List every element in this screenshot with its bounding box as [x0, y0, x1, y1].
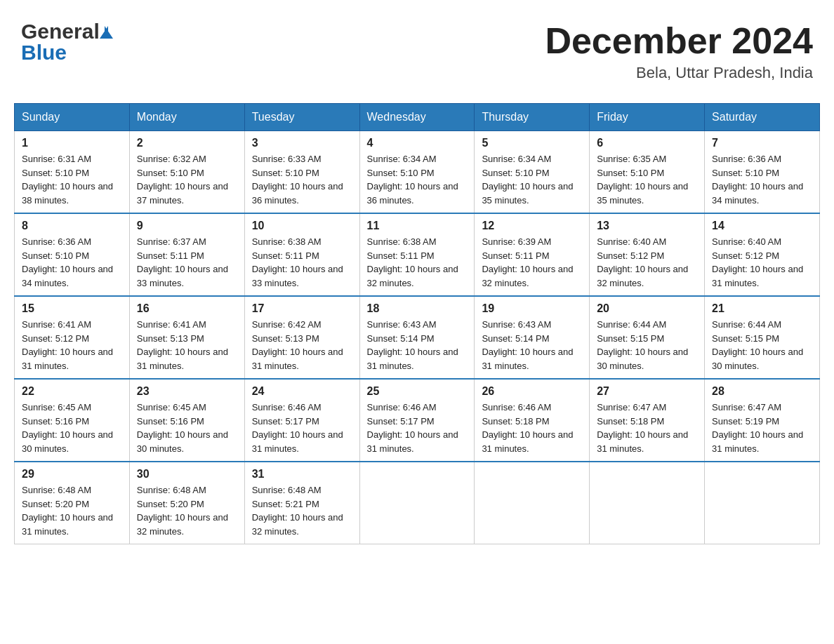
day-info: Sunrise: 6:45 AM Sunset: 5:16 PM Dayligh… — [22, 401, 122, 455]
day-info: Sunrise: 6:48 AM Sunset: 5:20 PM Dayligh… — [137, 483, 237, 538]
daylight-label: Daylight: 10 hours and 35 minutes. — [482, 181, 573, 206]
sunset-label: Sunset: 5:16 PM — [22, 416, 89, 427]
daylight-label: Daylight: 10 hours and 31 minutes. — [252, 429, 343, 454]
sunrise-label: Sunrise: 6:46 AM — [252, 402, 322, 412]
day-number: 27 — [597, 385, 697, 398]
sunset-label: Sunset: 5:10 PM — [367, 168, 435, 178]
logo: General Blue — [21, 21, 113, 63]
daylight-label: Daylight: 10 hours and 31 minutes. — [597, 429, 688, 454]
calendar-cell: 24 Sunrise: 6:46 AM Sunset: 5:17 PM Dayl… — [244, 379, 359, 462]
calendar-cell: 28 Sunrise: 6:47 AM Sunset: 5:19 PM Dayl… — [705, 379, 820, 462]
day-info: Sunrise: 6:46 AM Sunset: 5:17 PM Dayligh… — [367, 401, 468, 455]
day-number: 6 — [597, 137, 697, 149]
daylight-label: Daylight: 10 hours and 32 minutes. — [367, 264, 458, 288]
calendar-cell: 5 Sunrise: 6:34 AM Sunset: 5:10 PM Dayli… — [475, 131, 590, 214]
sunset-label: Sunset: 5:16 PM — [137, 416, 204, 427]
daylight-label: Daylight: 10 hours and 31 minutes. — [482, 347, 573, 371]
day-info: Sunrise: 6:37 AM Sunset: 5:11 PM Dayligh… — [137, 235, 237, 290]
calendar-cell: 6 Sunrise: 6:35 AM Sunset: 5:10 PM Dayli… — [590, 131, 705, 214]
day-number: 10 — [252, 220, 352, 232]
day-number: 23 — [137, 385, 237, 398]
day-info: Sunrise: 6:38 AM Sunset: 5:11 PM Dayligh… — [367, 235, 468, 290]
sunrise-label: Sunrise: 6:34 AM — [367, 154, 437, 164]
sunrise-label: Sunrise: 6:35 AM — [597, 154, 666, 164]
day-number: 13 — [597, 220, 697, 232]
day-number: 16 — [137, 302, 237, 315]
sunrise-label: Sunrise: 6:44 AM — [712, 319, 781, 330]
day-number: 5 — [482, 137, 582, 149]
day-number: 29 — [22, 468, 122, 481]
day-info: Sunrise: 6:38 AM Sunset: 5:11 PM Dayligh… — [252, 235, 352, 290]
day-info: Sunrise: 6:36 AM Sunset: 5:10 PM Dayligh… — [712, 152, 812, 207]
day-info: Sunrise: 6:44 AM Sunset: 5:15 PM Dayligh… — [597, 318, 697, 373]
sunrise-label: Sunrise: 6:40 AM — [597, 236, 666, 247]
calendar-cell: 21 Sunrise: 6:44 AM Sunset: 5:15 PM Dayl… — [705, 296, 820, 379]
daylight-label: Daylight: 10 hours and 31 minutes. — [367, 347, 458, 371]
day-number: 24 — [252, 385, 352, 398]
day-info: Sunrise: 6:45 AM Sunset: 5:16 PM Dayligh… — [137, 401, 237, 455]
day-number: 18 — [367, 302, 468, 315]
sunset-label: Sunset: 5:15 PM — [712, 333, 779, 344]
day-info: Sunrise: 6:41 AM Sunset: 5:12 PM Dayligh… — [22, 318, 122, 373]
day-info: Sunrise: 6:40 AM Sunset: 5:12 PM Dayligh… — [597, 235, 697, 290]
daylight-label: Daylight: 10 hours and 34 minutes. — [712, 181, 803, 206]
calendar-cell: 25 Sunrise: 6:46 AM Sunset: 5:17 PM Dayl… — [359, 379, 475, 462]
sunset-label: Sunset: 5:17 PM — [252, 416, 319, 427]
sunrise-label: Sunrise: 6:38 AM — [367, 236, 437, 247]
calendar-cell — [705, 462, 820, 544]
sunrise-label: Sunrise: 6:36 AM — [712, 154, 781, 164]
calendar-cell: 29 Sunrise: 6:48 AM Sunset: 5:20 PM Dayl… — [15, 462, 130, 544]
daylight-label: Daylight: 10 hours and 31 minutes. — [712, 264, 803, 288]
sunset-label: Sunset: 5:11 PM — [367, 250, 435, 261]
daylight-label: Daylight: 10 hours and 31 minutes. — [252, 347, 343, 371]
daylight-label: Daylight: 10 hours and 32 minutes. — [597, 264, 688, 288]
day-info: Sunrise: 6:44 AM Sunset: 5:15 PM Dayligh… — [712, 318, 812, 373]
day-info: Sunrise: 6:32 AM Sunset: 5:10 PM Dayligh… — [137, 152, 237, 207]
calendar-cell: 2 Sunrise: 6:32 AM Sunset: 5:10 PM Dayli… — [129, 131, 244, 214]
daylight-label: Daylight: 10 hours and 36 minutes. — [252, 181, 343, 206]
day-info: Sunrise: 6:47 AM Sunset: 5:18 PM Dayligh… — [597, 401, 697, 455]
sunrise-label: Sunrise: 6:48 AM — [137, 485, 206, 495]
calendar-cell: 20 Sunrise: 6:44 AM Sunset: 5:15 PM Dayl… — [590, 296, 705, 379]
header-friday: Friday — [590, 104, 705, 131]
header-saturday: Saturday — [705, 104, 820, 131]
calendar-cell: 3 Sunrise: 6:33 AM Sunset: 5:10 PM Dayli… — [244, 131, 359, 214]
sunset-label: Sunset: 5:21 PM — [252, 499, 319, 509]
sunset-label: Sunset: 5:14 PM — [482, 333, 549, 344]
calendar-cell: 1 Sunrise: 6:31 AM Sunset: 5:10 PM Dayli… — [15, 131, 130, 214]
header-wednesday: Wednesday — [359, 104, 475, 131]
day-info: Sunrise: 6:35 AM Sunset: 5:10 PM Dayligh… — [597, 152, 697, 207]
calendar-table: Sunday Monday Tuesday Wednesday Thursday… — [14, 103, 820, 544]
sunrise-label: Sunrise: 6:37 AM — [137, 236, 206, 247]
day-number: 20 — [597, 302, 697, 315]
calendar-cell: 12 Sunrise: 6:39 AM Sunset: 5:11 PM Dayl… — [475, 213, 590, 296]
day-info: Sunrise: 6:31 AM Sunset: 5:10 PM Dayligh… — [22, 152, 122, 207]
day-info: Sunrise: 6:46 AM Sunset: 5:17 PM Dayligh… — [252, 401, 352, 455]
sunset-label: Sunset: 5:11 PM — [137, 250, 204, 261]
sunrise-label: Sunrise: 6:43 AM — [482, 319, 551, 330]
sunrise-label: Sunrise: 6:40 AM — [712, 236, 781, 247]
sunset-label: Sunset: 5:10 PM — [137, 168, 204, 178]
calendar-cell: 16 Sunrise: 6:41 AM Sunset: 5:13 PM Dayl… — [129, 296, 244, 379]
day-info: Sunrise: 6:42 AM Sunset: 5:13 PM Dayligh… — [252, 318, 352, 373]
calendar-cell: 27 Sunrise: 6:47 AM Sunset: 5:18 PM Dayl… — [590, 379, 705, 462]
calendar-cell: 13 Sunrise: 6:40 AM Sunset: 5:12 PM Dayl… — [590, 213, 705, 296]
sunrise-label: Sunrise: 6:41 AM — [22, 319, 91, 330]
header-monday: Monday — [129, 104, 244, 131]
sunrise-label: Sunrise: 6:38 AM — [252, 236, 322, 247]
calendar-cell: 15 Sunrise: 6:41 AM Sunset: 5:12 PM Dayl… — [15, 296, 130, 379]
calendar-week-2: 8 Sunrise: 6:36 AM Sunset: 5:10 PM Dayli… — [15, 213, 820, 296]
calendar-cell: 4 Sunrise: 6:34 AM Sunset: 5:10 PM Dayli… — [359, 131, 475, 214]
sunrise-label: Sunrise: 6:31 AM — [22, 154, 91, 164]
daylight-label: Daylight: 10 hours and 31 minutes. — [22, 512, 113, 537]
sunrise-label: Sunrise: 6:43 AM — [367, 319, 437, 330]
day-number: 21 — [712, 302, 812, 315]
day-info: Sunrise: 6:43 AM Sunset: 5:14 PM Dayligh… — [367, 318, 468, 373]
sunset-label: Sunset: 5:19 PM — [712, 416, 779, 427]
daylight-label: Daylight: 10 hours and 30 minutes. — [137, 429, 228, 454]
sunset-label: Sunset: 5:13 PM — [252, 333, 319, 344]
calendar-cell: 31 Sunrise: 6:48 AM Sunset: 5:21 PM Dayl… — [244, 462, 359, 544]
day-info: Sunrise: 6:40 AM Sunset: 5:12 PM Dayligh… — [712, 235, 812, 290]
calendar-cell: 11 Sunrise: 6:38 AM Sunset: 5:11 PM Dayl… — [359, 213, 475, 296]
day-number: 8 — [22, 220, 122, 232]
